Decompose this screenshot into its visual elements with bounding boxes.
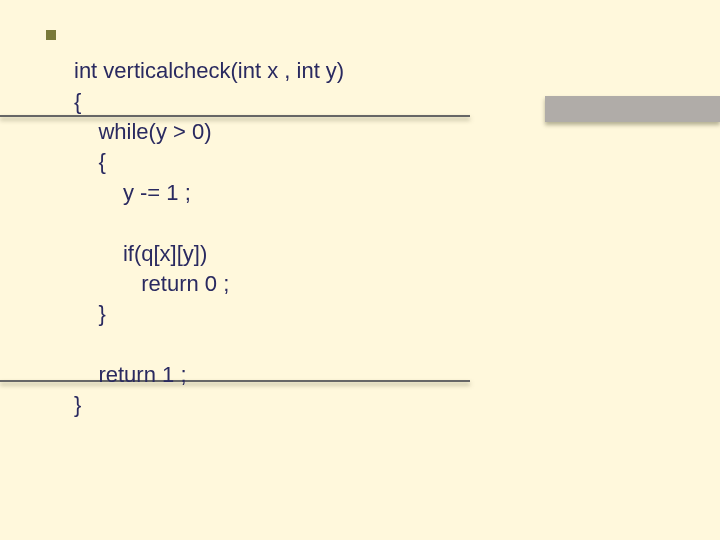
code-line: {: [74, 149, 106, 174]
slide: int verticalcheck(int x , int y) { while…: [0, 0, 720, 540]
code-line: int verticalcheck(int x , int y): [74, 58, 344, 83]
code-line: }: [74, 301, 106, 326]
code-line: y -= 1 ;: [74, 180, 191, 205]
code-line: return 1 ;: [74, 362, 187, 387]
code-line: }: [74, 392, 81, 417]
code-line: if(q[x][y]): [74, 241, 207, 266]
code-line: return 0 ;: [74, 271, 229, 296]
bullet-icon: [46, 30, 56, 40]
code-block: int verticalcheck(int x , int y) { while…: [74, 26, 344, 451]
code-line: {: [74, 89, 81, 114]
divider-top-right: [545, 96, 720, 122]
code-line: while(y > 0): [74, 119, 212, 144]
